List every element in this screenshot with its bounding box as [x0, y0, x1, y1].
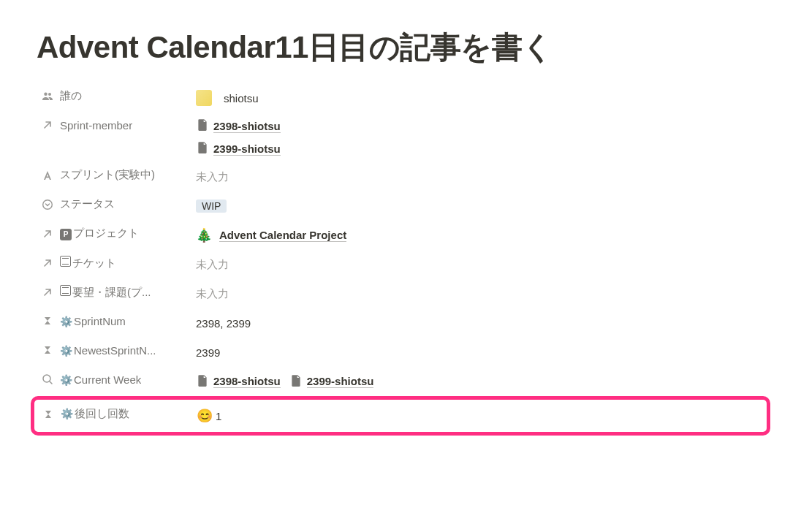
prop-row-sprintnum: ⚙️SprintNum 2398, 2399: [37, 308, 764, 338]
page-ref[interactable]: 2399-shiotsu: [289, 374, 374, 390]
people-icon: [41, 90, 54, 103]
prop-label-status[interactable]: ステータス: [37, 196, 190, 213]
prop-row-current-week: ⚙️Current Week 2398-shiotsu 2399-shiotsu: [37, 367, 764, 396]
prop-label-owner[interactable]: 誰の: [37, 88, 190, 104]
highlight-annotation: ⚙️後回し回数 😊1: [31, 396, 770, 436]
gear-icon: ⚙️: [60, 345, 72, 357]
prop-label-sprint[interactable]: スプリント(実験中): [37, 167, 190, 183]
prop-label-text: ⚙️SprintNum: [60, 315, 126, 327]
prop-row-sprint: スプリント(実験中) 未入力: [37, 162, 764, 191]
prop-label-text: 要望・課題(プ...: [60, 285, 151, 300]
prop-value-request[interactable]: 未入力: [190, 284, 764, 304]
page-icon: [289, 374, 303, 390]
prop-label-text: ⚙️後回し回数: [61, 407, 129, 421]
prop-value-project[interactable]: 🎄 Advent Calendar Project: [190, 225, 764, 246]
prop-label-postpone[interactable]: ⚙️後回し回数: [37, 406, 191, 422]
prop-label-ticket[interactable]: チケット: [37, 254, 190, 272]
prop-row-request: 要望・課題(プ... 未入力: [37, 279, 764, 308]
page-icon: [196, 374, 209, 390]
prop-value-current-week[interactable]: 2398-shiotsu 2399-shiotsu: [190, 371, 764, 392]
prop-row-owner: 誰の shiotsu: [37, 83, 764, 113]
relation-arrow-icon: [41, 286, 54, 299]
relation-arrow-icon: [41, 227, 54, 240]
prop-value-owner[interactable]: shiotsu: [190, 88, 764, 108]
page-ref-text: 2398-shiotsu: [213, 375, 281, 388]
formula-icon: [42, 408, 55, 421]
prop-label-text: ステータス: [60, 197, 115, 211]
prop-row-ticket: チケット 未入力: [37, 250, 764, 279]
page-ref[interactable]: 2398-shiotsu: [196, 118, 281, 134]
postpone-count: 1: [216, 410, 221, 422]
page-ref[interactable]: 2398-shiotsu: [196, 374, 281, 390]
page-ref[interactable]: 🎄 Advent Calendar Project: [196, 227, 346, 243]
page-ref-text: 2399-shiotsu: [307, 375, 374, 388]
p-badge-icon: P: [60, 229, 72, 240]
prop-row-status: ステータス WIP: [37, 191, 764, 221]
prop-label-sprint-member[interactable]: Sprint-member: [37, 117, 190, 133]
gear-icon: ⚙️: [61, 408, 73, 419]
prop-label-text: Sprint-member: [60, 119, 132, 132]
relation-arrow-icon: [41, 118, 54, 132]
avatar: [196, 90, 212, 106]
page-ref[interactable]: 2399-shiotsu: [196, 141, 281, 156]
prop-value-sprint[interactable]: 未入力: [190, 167, 764, 187]
prop-label-sprintnum[interactable]: ⚙️SprintNum: [37, 313, 190, 329]
svg-point-0: [43, 200, 53, 210]
relation-arrow-icon: [41, 256, 54, 270]
formula-icon: [41, 343, 54, 357]
prop-label-text: ⚙️NewestSprintN...: [60, 344, 156, 357]
rollup-icon: [41, 373, 54, 386]
properties-list: 誰の shiotsu Sprint-member 2398-shiotsu 23…: [37, 83, 764, 436]
list-icon: [60, 256, 71, 267]
prop-label-newest-sprint[interactable]: ⚙️NewestSprintN...: [37, 342, 190, 358]
gear-icon: ⚙️: [60, 374, 72, 386]
page-title[interactable]: Advent Calendar11日目の記事を書く: [37, 29, 764, 66]
prop-label-text: Pプロジェクト: [60, 227, 139, 240]
prop-label-request[interactable]: 要望・課題(プ...: [37, 284, 190, 301]
prop-value-sprint-member[interactable]: 2398-shiotsu 2399-shiotsu: [190, 117, 764, 158]
prop-label-text: ⚙️Current Week: [60, 373, 141, 386]
text-icon: [41, 169, 54, 182]
prop-row-newest-sprint: ⚙️NewestSprintN... 2399: [37, 338, 764, 367]
prop-row-postpone: ⚙️後回し回数 😊1: [37, 401, 764, 430]
prop-value-sprintnum[interactable]: 2398, 2399: [190, 313, 764, 333]
prop-label-text: スプリント(実験中): [60, 168, 155, 182]
owner-name: shiotsu: [224, 92, 259, 104]
prop-label-text: チケット: [60, 256, 116, 270]
page-ref-text: 2398-shiotsu: [213, 120, 281, 133]
prop-row-sprint-member: Sprint-member 2398-shiotsu 2399-shiotsu: [37, 113, 764, 162]
page-icon: [196, 141, 209, 156]
gear-icon: ⚙️: [60, 316, 72, 327]
smile-icon: 😊: [197, 408, 213, 423]
prop-label-text: 誰の: [60, 89, 82, 103]
page-ref-text: 2399-shiotsu: [213, 142, 281, 156]
page-icon: [196, 118, 209, 134]
prop-label-current-week[interactable]: ⚙️Current Week: [37, 371, 190, 387]
prop-value-newest-sprint[interactable]: 2399: [190, 342, 764, 362]
prop-value-postpone[interactable]: 😊1: [191, 406, 764, 426]
prop-row-project: Pプロジェクト 🎄 Advent Calendar Project: [37, 221, 764, 250]
list-icon: [60, 285, 71, 296]
formula-icon: [41, 314, 54, 327]
prop-value-ticket[interactable]: 未入力: [190, 254, 764, 275]
select-icon: [41, 198, 54, 211]
prop-label-project[interactable]: Pプロジェクト: [37, 225, 190, 242]
tree-icon: 🎄: [196, 227, 212, 243]
page-ref-text: Advent Calendar Project: [219, 229, 346, 242]
status-badge: WIP: [196, 200, 227, 213]
prop-value-status[interactable]: WIP: [190, 196, 764, 216]
